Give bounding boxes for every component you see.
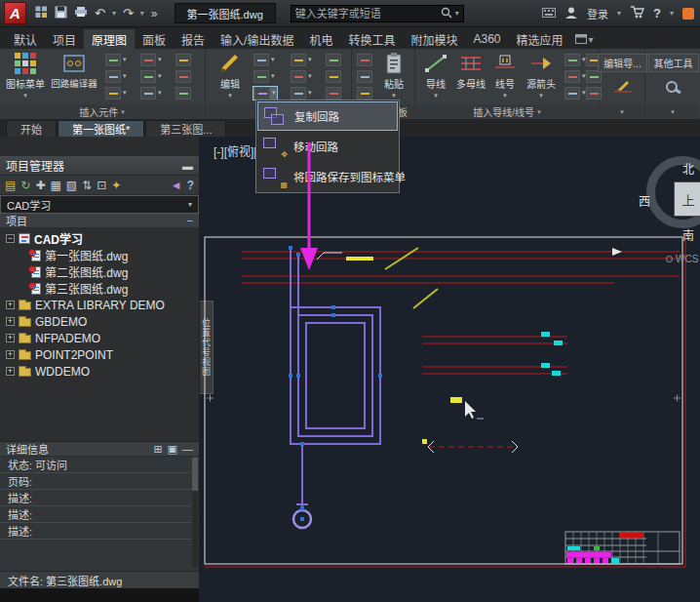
match-icon[interactable] — [357, 87, 372, 100]
plot-icon[interactable] — [74, 6, 88, 20]
tool-caret-icon[interactable]: ▾ — [308, 89, 312, 97]
save-icon[interactable] — [55, 6, 67, 21]
copy-icon[interactable] — [357, 70, 372, 83]
utilities-icon[interactable]: ✦ — [111, 180, 121, 191]
tool-caret-icon[interactable]: ▾ — [123, 56, 127, 63]
ribbon-tool-icon[interactable] — [326, 70, 341, 83]
section-collapse-icon[interactable]: − — [187, 215, 193, 226]
open-project-icon[interactable]: ▤ — [5, 180, 16, 191]
ribbon-tool-icon[interactable] — [291, 54, 306, 66]
expander-minus-icon[interactable]: − — [6, 234, 15, 243]
details-scrollbar[interactable] — [192, 458, 198, 567]
ribbon-tool-icon[interactable] — [175, 54, 191, 66]
search-scope-caret-icon[interactable]: ▾ — [455, 9, 459, 18]
details-image-icon[interactable]: ▣ — [168, 443, 177, 456]
palette-minimize-icon[interactable]: ▬ — [182, 160, 193, 172]
signin-label[interactable]: 登录 — [587, 6, 608, 21]
projects-section-header[interactable]: 项目 − — [0, 214, 199, 228]
tree-item-drawing[interactable]: 第一张图纸.dwg — [0, 247, 199, 263]
ribbon-tool-icon[interactable] — [105, 54, 121, 66]
tree-item-project[interactable]: + NFPADEMO — [0, 330, 199, 346]
multi-bus-button[interactable]: 多母线 — [453, 52, 488, 103]
menu-item-save-circuit-to-icon-menu[interactable]: ▦ 将回路保存到图标菜单 — [257, 161, 398, 191]
collapse-panel-icon[interactable]: ◄ — [171, 180, 182, 191]
wcs-indicator[interactable]: WCS — [666, 254, 698, 264]
search-input[interactable] — [295, 8, 438, 20]
expander-plus-icon[interactable]: + — [6, 367, 15, 376]
signin-caret-icon[interactable]: ▾ — [617, 9, 621, 18]
plot-project-icon[interactable]: ⊡ — [97, 180, 106, 191]
ribbon-panel-edit-wire-collapsed[interactable]: 编辑导... ▾ — [601, 49, 645, 119]
ribbon-tool-icon[interactable] — [564, 70, 580, 83]
file-tab-drawing3[interactable]: 第三张图... — [145, 120, 226, 137]
ribbon-tool-icon[interactable] — [140, 54, 156, 66]
undo-caret-icon[interactable]: ▾ — [112, 9, 116, 18]
wire-number-button[interactable]: 线号 ▾ — [491, 52, 519, 103]
panel-title-edit-wire[interactable]: ▾ — [601, 104, 643, 119]
ribbon-tab-conversion[interactable]: 转换工具 — [340, 29, 403, 49]
dashed-link-line[interactable] — [422, 439, 518, 453]
ribbon-tool-icon[interactable] — [175, 87, 191, 100]
tree-item-drawing[interactable]: 第三张图纸.dwg — [0, 280, 199, 297]
keyboard-icon[interactable] — [542, 8, 556, 20]
panel-title-insert-wire[interactable]: 插入导线/线号▾ — [416, 104, 598, 119]
ribbon-tab-default[interactable]: 默认 — [6, 29, 45, 49]
drawing-list-icon[interactable]: ▦ — [50, 180, 60, 191]
ribbon-tool-icon[interactable] — [253, 54, 269, 66]
other-tools-panel-label[interactable]: 其他工具 — [648, 54, 699, 72]
qat-overflow-icon[interactable]: » — [151, 7, 158, 20]
a360-app-icon[interactable] — [682, 8, 694, 20]
red-wires[interactable] — [242, 252, 680, 374]
ribbon-tool-icon[interactable] — [175, 70, 191, 83]
wire-button[interactable]: 导线 ▾ — [421, 52, 450, 103]
details-collapse-icon[interactable]: — — [182, 443, 193, 456]
yellow-highlights[interactable] — [346, 248, 462, 403]
viewcube-north[interactable]: 北 — [682, 160, 694, 177]
tree-item-drawing[interactable]: 第二张图纸.dwg — [0, 263, 199, 280]
undo-icon[interactable]: ↶ — [95, 7, 105, 20]
ribbon-tool-icon[interactable] — [253, 70, 269, 83]
ribbon-tool-icon[interactable] — [326, 54, 341, 66]
search-icon[interactable] — [441, 5, 452, 22]
source-arrow-button[interactable]: 源箭头 ▾ — [522, 52, 561, 103]
tool-caret-icon[interactable]: ▾ — [582, 89, 586, 97]
menu-item-move-circuit[interactable]: ✥ 移动回路 — [257, 131, 398, 161]
ribbon-tool-icon[interactable] — [291, 87, 306, 100]
ribbon-panel-other-tools-collapsed[interactable]: 其他工具 ▾ — [646, 49, 700, 119]
file-tab-drawing1[interactable]: 第一张图纸* — [58, 120, 144, 137]
expander-plus-icon[interactable]: + — [6, 350, 15, 359]
ribbon-tab-electromechanical[interactable]: 机电 — [301, 29, 340, 49]
circuit-builder-button[interactable]: 回路编译器 — [49, 52, 99, 103]
cyan-markers[interactable] — [541, 332, 563, 376]
tool-caret-icon[interactable]: ▾ — [308, 56, 312, 63]
cut-icon[interactable] — [357, 54, 372, 66]
exchange-apps-cart-icon[interactable] — [630, 6, 644, 20]
ribbon-tool-icon[interactable] — [564, 54, 580, 66]
new-drawing-icon[interactable]: ✚ — [35, 180, 45, 191]
tree-item-project[interactable]: + WDDEMO — [0, 363, 199, 380]
scrollbar-thumb[interactable] — [192, 458, 198, 491]
ribbon-tab-project[interactable]: 项目 — [45, 29, 84, 49]
ribbon-tab-a360[interactable]: A360 — [465, 29, 508, 49]
ribbon-tool-icon[interactable] — [140, 87, 156, 100]
tool-caret-icon[interactable]: ▾ — [582, 56, 586, 63]
model-space-canvas[interactable]: [-][俯视][二维线框] 位置代号视图 — [200, 137, 700, 602]
ribbon-tab-panel[interactable]: 面板 — [135, 29, 174, 49]
menu-item-copy-circuit[interactable]: 复制回路 — [257, 101, 398, 131]
ribbon-tab-import-export[interactable]: 输入/输出数据 — [213, 29, 301, 49]
ribbon-display-toggle-icon[interactable]: ▾ — [575, 29, 594, 49]
project-selector-combo[interactable]: CAD学习 ▾ — [0, 195, 199, 214]
copy-circuit-dropdown-button[interactable]: ▾ — [253, 86, 278, 100]
tree-item-project[interactable]: + POINT2POINT — [0, 346, 199, 363]
details-section-header[interactable]: 详细信息 ⊞ ▣ — — [0, 441, 199, 457]
drawing-border[interactable] — [205, 237, 685, 567]
redo-caret-icon[interactable]: ▾ — [140, 9, 144, 18]
expander-plus-icon[interactable]: + — [6, 301, 15, 309]
redo-icon[interactable]: ↷ — [123, 7, 134, 20]
details-preview-icon[interactable]: ⊞ — [153, 443, 162, 456]
tool-caret-icon[interactable]: ▾ — [158, 72, 162, 80]
help-caret-icon[interactable]: ▾ — [670, 9, 674, 18]
refresh-icon[interactable]: ↻ — [20, 180, 30, 191]
tree-item-project[interactable]: + GBDEMO — [0, 313, 199, 330]
tool-caret-icon[interactable]: ▾ — [158, 56, 162, 63]
